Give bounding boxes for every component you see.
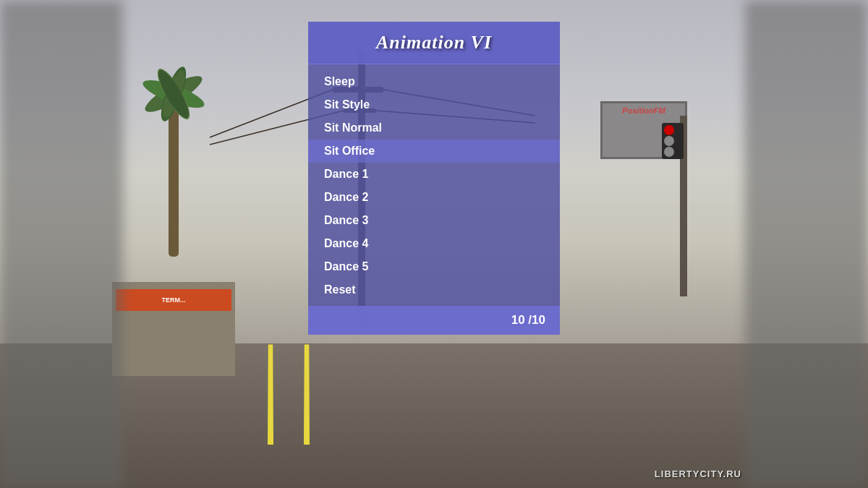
traffic-light-pole — [676, 116, 691, 296]
menu-item-dance-2[interactable]: Dance 2 — [308, 186, 560, 209]
road-line-right — [304, 344, 310, 445]
svg-point-17 — [664, 136, 674, 146]
billboard-text: PositionFM — [603, 103, 685, 118]
store-sign: TERM... — [116, 289, 231, 311]
menu-item-dance-3[interactable]: Dance 3 — [308, 209, 560, 232]
left-blur-overlay — [0, 0, 123, 488]
menu-item-sit-style[interactable]: Sit Style — [308, 93, 560, 116]
svg-point-16 — [664, 125, 674, 135]
menu-title-bar: Animation VI — [308, 22, 560, 64]
svg-point-18 — [664, 147, 674, 157]
menu-item-sit-normal[interactable]: Sit Normal — [308, 116, 560, 140]
palm-tree — [141, 54, 206, 264]
menu-footer: 10 /10 — [308, 306, 560, 335]
menu-item-sleep[interactable]: Sleep — [308, 70, 560, 93]
animation-menu: Animation VI SleepSit StyleSit NormalSit… — [308, 22, 560, 335]
watermark: LIBERTYCITY.RU — [655, 468, 741, 479]
menu-item-dance-4[interactable]: Dance 4 — [308, 232, 560, 255]
store-building: TERM... — [112, 282, 235, 376]
menu-item-sit-office[interactable]: Sit Office — [308, 140, 560, 163]
menu-items-list: SleepSit StyleSit NormalSit OfficeDance … — [308, 64, 560, 306]
menu-item-dance-1[interactable]: Dance 1 — [308, 163, 560, 186]
menu-title: Animation VI — [376, 32, 492, 53]
right-blur-overlay — [745, 0, 868, 488]
menu-item-dance-5[interactable]: Dance 5 — [308, 255, 560, 278]
menu-counter: 10 /10 — [511, 313, 545, 328]
menu-item-reset[interactable]: Reset — [308, 278, 560, 301]
road-line-left — [268, 344, 273, 445]
